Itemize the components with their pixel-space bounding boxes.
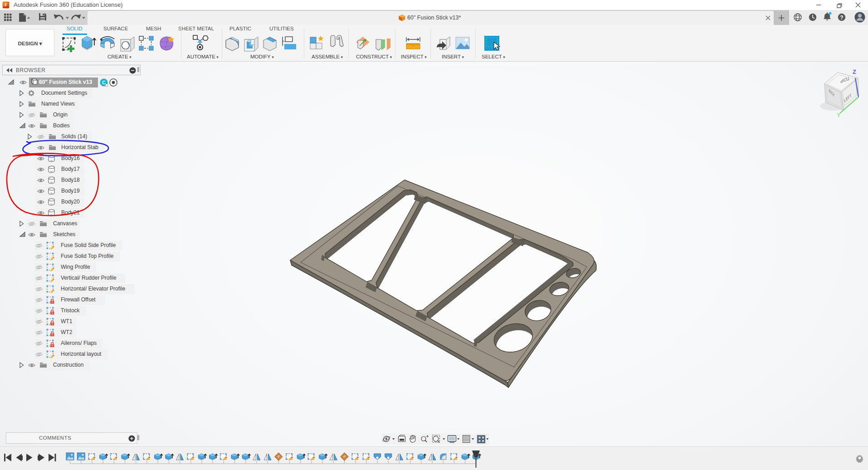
- svg-text:?: ?: [840, 15, 843, 21]
- svg-text:F: F: [5, 2, 7, 7]
- svg-text:Z: Z: [853, 68, 856, 75]
- svg-text:Y: Y: [837, 111, 841, 118]
- svg-text:C: C: [102, 80, 106, 85]
